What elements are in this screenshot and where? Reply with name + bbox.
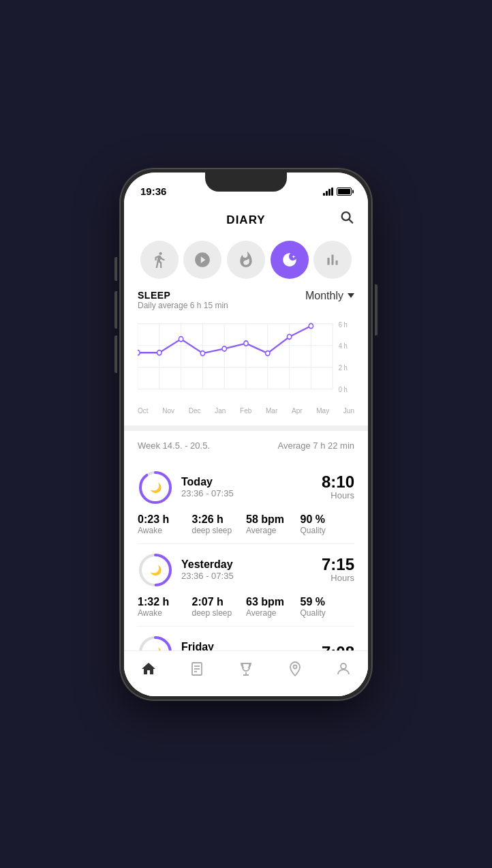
yesterday-stat-bpm: 63 bpm Average xyxy=(246,596,301,618)
sleep-entry-yesterday: 🌙 Yesterday 23:36 - 07:35 7:15 Hours xyxy=(138,544,354,627)
week-average: Average 7 h 22 min xyxy=(278,440,355,451)
svg-line-1 xyxy=(349,219,352,222)
chart-label-dec: Dec xyxy=(189,407,201,415)
status-bar: 19:36 xyxy=(124,173,368,203)
yesterday-label: Yesterday xyxy=(181,558,234,571)
yesterday-quality-value: 59 % xyxy=(301,596,355,608)
status-time: 19:36 xyxy=(140,185,166,197)
today-day-info: Today 23:36 - 07:35 xyxy=(181,476,234,498)
svg-point-21 xyxy=(222,346,226,350)
location-icon xyxy=(287,661,303,677)
yesterday-deep-label: deep sleep xyxy=(192,608,247,618)
svg-point-17 xyxy=(138,350,140,355)
sleep-entry-today-left: 🌙 Today 23:36 - 07:35 xyxy=(138,470,234,505)
category-fire[interactable] xyxy=(227,241,265,279)
diary-icon xyxy=(189,661,205,677)
sleep-section: SLEEP Daily average 6 h 15 min Monthly xyxy=(124,290,368,425)
yesterday-hours-label: Hours xyxy=(322,573,354,583)
svg-point-22 xyxy=(244,340,248,345)
bottom-nav xyxy=(124,650,368,696)
yesterday-deep-value: 2:07 h xyxy=(192,596,247,608)
yesterday-stat-quality: 59 % Quality xyxy=(301,596,355,618)
app-content: DIARY xyxy=(124,203,368,696)
sleep-entry-today: 🌙 Today 23:36 - 07:35 8:10 Hours xyxy=(138,462,354,544)
search-button[interactable] xyxy=(339,209,354,228)
sleep-ring-today: 🌙 xyxy=(138,470,173,505)
chart-label-may: May xyxy=(316,407,329,415)
chart-label-mar: Mar xyxy=(266,407,277,415)
today-stat-quality: 90 % Quality xyxy=(301,513,355,535)
yesterday-stats: 1:32 h Awake 2:07 h deep sleep 63 bpm Av… xyxy=(138,596,354,618)
today-quality-label: Quality xyxy=(301,526,355,535)
nav-profile[interactable] xyxy=(327,658,360,680)
today-hours: 8:10 xyxy=(322,474,354,490)
svg-point-19 xyxy=(179,336,183,341)
yesterday-quality-label: Quality xyxy=(301,608,355,618)
sleep-entry-today-top: 🌙 Today 23:36 - 07:35 8:10 Hours xyxy=(138,470,354,505)
today-deep-label: deep sleep xyxy=(192,526,247,535)
nav-location[interactable] xyxy=(279,658,311,680)
svg-point-18 xyxy=(157,350,162,355)
chart-label-oct: Oct xyxy=(138,407,149,415)
yesterday-bpm-value: 63 bpm xyxy=(246,596,301,608)
yesterday-duration: 7:15 Hours xyxy=(322,556,354,583)
svg-text:0 h: 0 h xyxy=(339,385,348,393)
category-row: ✦ xyxy=(124,235,368,290)
svg-text:2 h: 2 h xyxy=(339,363,348,372)
svg-text:🌙: 🌙 xyxy=(150,565,162,576)
svg-point-43 xyxy=(293,665,296,668)
chart-label-apr: Apr xyxy=(292,407,303,415)
sleep-section-header: SLEEP Daily average 6 h 15 min Monthly xyxy=(138,290,354,310)
svg-point-44 xyxy=(341,663,346,669)
chart-label-jan: Jan xyxy=(215,407,226,415)
yesterday-day-info: Yesterday 23:36 - 07:35 xyxy=(181,558,234,581)
today-deep-value: 3:26 h xyxy=(192,513,247,526)
sleep-ring-yesterday: 🌙 xyxy=(138,552,173,588)
period-selector[interactable]: Monthly xyxy=(305,290,354,302)
yesterday-awake-label: Awake xyxy=(138,608,192,618)
today-bpm-label: Average xyxy=(246,526,301,535)
sleep-entry-yesterday-left: 🌙 Yesterday 23:36 - 07:35 xyxy=(138,552,234,588)
today-stat-deep: 3:26 h deep sleep xyxy=(192,513,247,535)
today-label: Today xyxy=(181,476,234,488)
yesterday-bpm-label: Average xyxy=(246,608,301,618)
today-stats: 0:23 h Awake 3:26 h deep sleep 58 bpm Av… xyxy=(138,513,354,535)
week-header: Week 14.5. - 20.5. Average 7 h 22 min xyxy=(138,440,354,451)
today-duration: 8:10 Hours xyxy=(322,474,354,500)
sleep-chart: 6 h 4 h 2 h 0 h xyxy=(138,316,354,404)
trophy-icon xyxy=(238,661,254,677)
period-label: Monthly xyxy=(305,290,343,302)
nav-home[interactable] xyxy=(132,658,165,680)
chart-x-labels: Oct Nov Dec Jan Feb Mar Apr May Jun xyxy=(138,404,354,415)
today-bpm-value: 58 bpm xyxy=(246,513,301,526)
yesterday-stat-awake: 1:32 h Awake xyxy=(138,596,192,618)
yesterday-time-range: 23:36 - 07:35 xyxy=(181,571,234,581)
section-divider xyxy=(124,425,368,431)
svg-point-24 xyxy=(287,334,291,339)
nav-diary[interactable] xyxy=(181,658,213,680)
sleep-title-group: SLEEP Daily average 6 h 15 min xyxy=(138,290,228,310)
sleep-entry-yesterday-top: 🌙 Yesterday 23:36 - 07:35 7:15 Hours xyxy=(138,552,354,588)
svg-text:4 h: 4 h xyxy=(339,342,348,350)
app-title: DIARY xyxy=(226,213,265,227)
svg-point-25 xyxy=(309,323,313,328)
week-label: Week 14.5. - 20.5. xyxy=(138,440,210,451)
category-meditation[interactable] xyxy=(183,241,221,279)
category-sleep[interactable]: ✦ xyxy=(271,241,309,279)
app-header: DIARY xyxy=(124,203,368,235)
category-running[interactable] xyxy=(140,241,179,279)
today-quality-value: 90 % xyxy=(301,513,355,526)
phone-frame: 19:36 DIARY xyxy=(120,168,372,700)
svg-text:✦: ✦ xyxy=(292,254,296,258)
chart-svg: 6 h 4 h 2 h 0 h xyxy=(138,316,354,404)
chart-label-nov: Nov xyxy=(162,407,174,415)
svg-text:🌙: 🌙 xyxy=(150,482,162,494)
svg-point-23 xyxy=(266,350,270,355)
status-icons xyxy=(323,188,352,196)
nav-trophy[interactable] xyxy=(230,658,262,680)
yesterday-awake-value: 1:32 h xyxy=(138,596,192,608)
chart-label-feb: Feb xyxy=(240,407,251,415)
category-stats[interactable] xyxy=(313,241,352,279)
notch xyxy=(205,173,287,192)
home-icon xyxy=(140,661,157,677)
